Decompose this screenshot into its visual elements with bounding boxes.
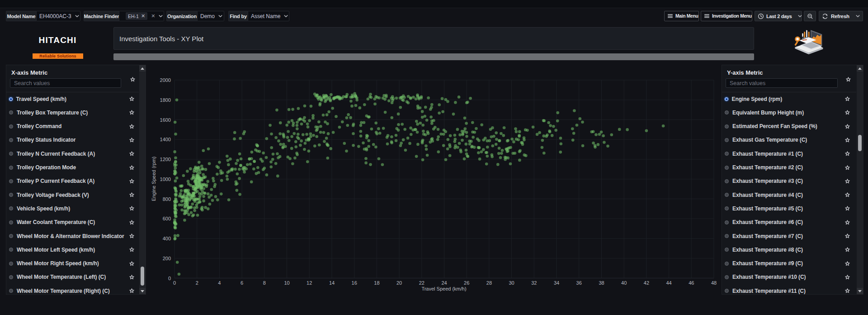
svg-text:1200: 1200: [160, 157, 171, 162]
svg-text:1800: 1800: [160, 97, 171, 103]
svg-text:8: 8: [263, 280, 266, 286]
svg-text:18: 18: [374, 280, 379, 286]
svg-text:20: 20: [396, 280, 402, 286]
svg-text:36: 36: [576, 280, 582, 286]
svg-text:48: 48: [711, 280, 717, 286]
svg-text:600: 600: [163, 216, 171, 221]
svg-text:32: 32: [531, 280, 537, 286]
svg-text:40: 40: [621, 280, 627, 286]
svg-text:38: 38: [599, 280, 604, 286]
svg-text:Engine Speed (rpm): Engine Speed (rpm): [151, 157, 156, 201]
svg-text:14: 14: [329, 280, 335, 286]
svg-text:34: 34: [554, 280, 559, 286]
svg-text:Travel Speed (km/h): Travel Speed (km/h): [421, 286, 466, 291]
svg-text:1400: 1400: [160, 137, 171, 142]
svg-text:22: 22: [419, 280, 425, 286]
svg-text:44: 44: [666, 280, 671, 286]
svg-text:42: 42: [644, 280, 649, 286]
svg-text:12: 12: [307, 280, 312, 286]
svg-text:1600: 1600: [160, 117, 171, 123]
svg-text:1000: 1000: [160, 177, 171, 182]
svg-text:0: 0: [173, 280, 176, 286]
svg-text:4: 4: [218, 280, 221, 286]
svg-text:800: 800: [163, 196, 171, 202]
svg-text:6: 6: [241, 280, 243, 286]
svg-text:24: 24: [441, 280, 447, 286]
svg-text:30: 30: [509, 280, 514, 286]
svg-text:26: 26: [464, 280, 469, 286]
svg-text:16: 16: [352, 280, 357, 286]
svg-text:46: 46: [689, 280, 694, 286]
svg-text:0: 0: [168, 276, 171, 281]
svg-text:400: 400: [163, 236, 171, 241]
svg-text:200: 200: [163, 256, 171, 261]
svg-text:2000: 2000: [160, 77, 171, 83]
svg-text:10: 10: [284, 280, 289, 286]
svg-text:28: 28: [486, 280, 492, 286]
svg-text:2: 2: [196, 280, 198, 286]
